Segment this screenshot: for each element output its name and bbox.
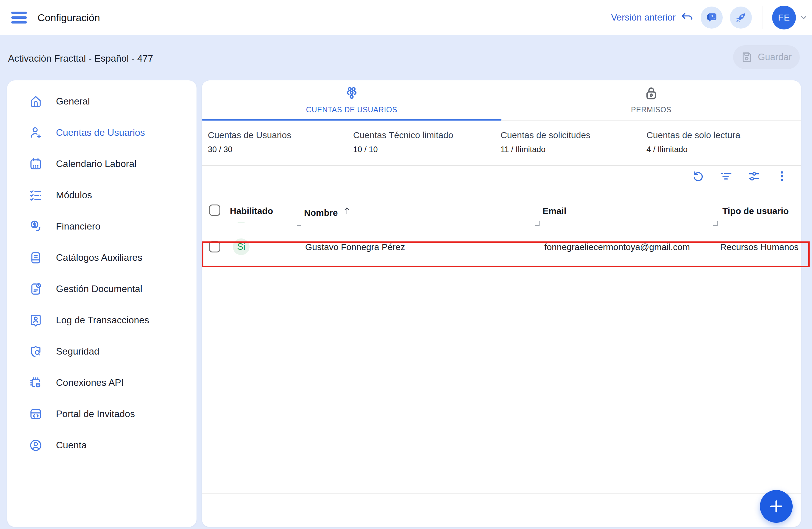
quota-cuentas-tecnico: Cuentas Técnico limitado 10 / 10: [353, 130, 453, 154]
kebab-menu-icon[interactable]: [775, 170, 788, 183]
menu-icon[interactable]: [11, 12, 27, 24]
tune-icon[interactable]: [748, 170, 760, 183]
sidebar-item-financiero[interactable]: Financiero: [7, 211, 197, 242]
id-badge-icon: [29, 313, 43, 327]
account-quotas: Cuentas de Usuarios 30 / 30 Cuentas Técn…: [202, 120, 801, 165]
column-header-nombre[interactable]: Nombre: [304, 206, 351, 218]
topbar-actions: Versión anterior: [611, 0, 808, 35]
previous-version-label: Versión anterior: [611, 12, 676, 23]
column-header-habilitado[interactable]: Habilitado: [230, 206, 273, 216]
sidebar-item-label: Financiero: [56, 221, 100, 232]
save-button-label: Guardar: [758, 52, 792, 62]
sidebar-item-modulos[interactable]: Módulos: [7, 179, 197, 211]
chat-assistant-button[interactable]: [701, 6, 723, 29]
enabled-badge: Si: [233, 238, 249, 255]
sidebar-item-label: Seguridad: [56, 346, 99, 357]
cell-email: fonnegraeliecermontoya@gmail.com: [544, 242, 690, 252]
cell-nombre: Gustavo Fonnegra Pérez: [305, 242, 405, 252]
column-header-tipo[interactable]: Tipo de usuario: [722, 206, 789, 216]
shield-icon: [29, 344, 43, 359]
chip-gear-icon: [29, 376, 43, 390]
add-user-fab[interactable]: [760, 490, 793, 523]
quota-label: Cuentas de solicitudes: [501, 130, 591, 140]
lock-icon: [643, 86, 659, 101]
previous-version-link[interactable]: Versión anterior: [611, 11, 694, 24]
rocket-button[interactable]: [730, 6, 752, 29]
sidebar-item-cuentas-de-usuarios[interactable]: Cuentas de Usuarios: [7, 117, 197, 148]
table-row-partial[interactable]: [202, 222, 801, 228]
save-button[interactable]: Guardar: [733, 45, 800, 69]
quota-value: 11 / Ilimitado: [501, 145, 591, 154]
sidebar-item-gestion-documental[interactable]: Gestión Documental: [7, 273, 197, 305]
column-header-email[interactable]: Email: [542, 206, 566, 216]
rocket-icon: [735, 11, 747, 24]
top-bar: Configuración Versión anterior: [0, 0, 812, 35]
sidebar-item-cuenta[interactable]: Cuenta: [7, 429, 197, 461]
sidebar-item-label: Catálogos Auxiliares: [56, 252, 142, 263]
calendar-icon: [29, 157, 43, 171]
sidebar-item-label: Cuenta: [56, 440, 87, 451]
sidebar-item-general[interactable]: General: [7, 86, 197, 117]
quota-label: Cuentas de Usuarios: [208, 130, 291, 140]
tab-label: PERMISOS: [631, 105, 671, 114]
user-circle-icon: [29, 438, 43, 453]
quota-value: 4 / Ilimitado: [647, 145, 740, 154]
avatar-initials: FE: [778, 13, 790, 23]
topbar-divider: [763, 6, 763, 29]
user-accounts-panel: CUENTAS DE USUARIOS PERMISOS Cuentas de …: [202, 80, 801, 527]
sidebar-item-label: Módulos: [56, 190, 92, 201]
enabled-badge: [233, 222, 249, 223]
chat-assistant-icon: [706, 11, 718, 24]
table-row[interactable]: Si Gustavo Fonnegra Pérez fonnegraeliece…: [202, 228, 801, 266]
stats-divider: [202, 165, 801, 166]
sidebar-item-label: Conexiones API: [56, 377, 124, 388]
document-clock-icon: [29, 282, 43, 296]
sidebar-item-label: Portal de Invitados: [56, 409, 135, 420]
sidebar-item-catalogos-auxiliares[interactable]: Catálogos Auxiliares: [7, 242, 197, 273]
page-title: Configuración: [38, 12, 100, 24]
sidebar-item-label: Gestión Documental: [56, 283, 142, 294]
plus-icon: [768, 498, 785, 515]
tab-label: CUENTAS DE USUARIOS: [306, 105, 397, 114]
tab-strip: CUENTAS DE USUARIOS PERMISOS: [202, 80, 801, 120]
sidebar-item-label: Calendario Laboral: [56, 158, 136, 170]
table-toolbar: [692, 170, 788, 183]
sidebar-item-calendario-laboral[interactable]: Calendario Laboral: [7, 148, 197, 179]
home-icon: [29, 94, 43, 109]
sort-asc-icon: [343, 206, 351, 216]
row-checkbox[interactable]: [209, 241, 220, 252]
book-icon: [29, 251, 43, 265]
sidebar-item-label: Log de Transacciones: [56, 315, 149, 326]
quota-cuentas-usuarios: Cuentas de Usuarios 30 / 30: [208, 130, 291, 154]
quota-value: 30 / 30: [208, 145, 291, 154]
undo-icon: [680, 11, 694, 24]
sidebar-item-label: Cuentas de Usuarios: [56, 127, 145, 138]
sidebar-item-label: General: [56, 96, 90, 107]
browser-code-icon: [29, 407, 43, 421]
select-all-checkbox[interactable]: [209, 205, 220, 216]
quota-label: Cuentas Técnico limitado: [353, 130, 453, 140]
settings-sidebar: General Cuentas de Usuarios Calendario L…: [7, 80, 197, 527]
filter-icon[interactable]: [720, 170, 733, 183]
coins-icon: [29, 219, 43, 234]
table-bottom-divider: [202, 493, 801, 494]
sidebar-item-portal-de-invitados[interactable]: Portal de Invitados: [7, 398, 197, 429]
refresh-icon[interactable]: [692, 170, 705, 183]
sidebar-item-seguridad[interactable]: Seguridad: [7, 336, 197, 367]
cell-tipo: Recursos Humanos: [720, 242, 799, 252]
user-add-icon: [29, 126, 43, 140]
quota-cuentas-solo-lectura: Cuentas de solo lectura 4 / Ilimitado: [647, 130, 740, 154]
tab-permisos[interactable]: PERMISOS: [502, 80, 801, 120]
avatar[interactable]: FE: [772, 6, 796, 29]
sidebar-item-conexiones-api[interactable]: Conexiones API: [7, 367, 197, 398]
checklist-icon: [29, 188, 43, 203]
quota-value: 10 / 10: [353, 145, 453, 154]
quota-cuentas-solicitudes: Cuentas de solicitudes 11 / Ilimitado: [501, 130, 591, 154]
save-floppy-icon: [741, 51, 753, 63]
config-section-title: Activación Fracttal - Español - 477: [8, 53, 153, 64]
table-header: Habilitado Nombre Email Tipo de usuario: [202, 196, 801, 222]
quota-label: Cuentas de solo lectura: [647, 130, 740, 140]
chevron-down-icon[interactable]: [799, 13, 808, 22]
sidebar-item-log-de-transacciones[interactable]: Log de Transacciones: [7, 305, 197, 336]
tab-cuentas-de-usuarios[interactable]: CUENTAS DE USUARIOS: [202, 80, 502, 120]
